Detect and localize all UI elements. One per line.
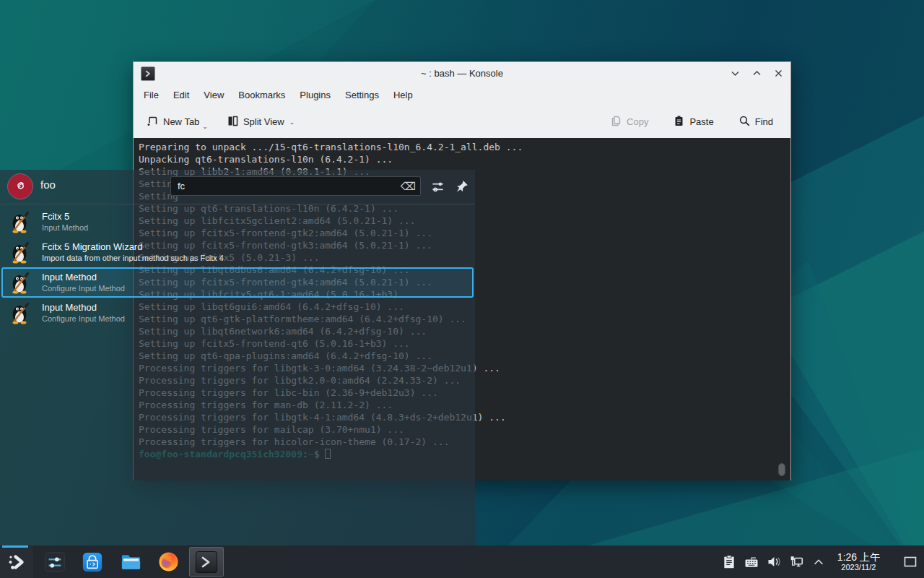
menu-plugins[interactable]: Plugins [292,87,338,103]
volume-tray-button[interactable] [766,554,782,570]
paste-icon [673,115,685,129]
konsole-task-button[interactable] [189,547,224,577]
show-desktop-button[interactable] [901,545,920,578]
krunner-header: foo fc ⌫ [0,170,475,204]
system-tray: 1:26 上午 2023/11/2 [721,545,924,578]
split-view-icon [227,115,239,129]
new-tab-button[interactable]: New Tab ⌄ [142,111,212,134]
terminal-scrollbar[interactable] [778,463,785,476]
user-name: foo [40,178,56,191]
result-input-method[interactable]: Input Method Configure Input Method [1,298,474,328]
clock-time: 1:26 上午 [837,552,880,563]
filter-sliders-icon [430,179,445,194]
result-fcitx5[interactable]: Fcitx 5 Input Method [1,207,474,237]
result-subtitle: Import data from other input method such… [42,253,224,263]
result-title: Fcitx 5 [42,211,88,223]
chevron-up-icon [812,556,825,569]
pin-button[interactable] [454,178,470,194]
copy-icon [610,115,622,129]
launcher-active-indicator [2,545,28,548]
menu-view[interactable]: View [196,87,231,103]
krunner-panel: foo fc ⌫ [0,170,475,545]
discover-icon [82,551,103,573]
new-tab-icon [147,115,159,129]
copy-button[interactable]: Copy [606,111,653,134]
menu-bookmarks[interactable]: Bookmarks [231,87,292,103]
clock-date: 2023/11/2 [837,563,880,571]
konsole-icon [195,551,218,574]
search-query: fc [178,181,401,191]
search-icon [738,115,751,129]
system-settings-icon [44,551,66,573]
application-launcher-button[interactable] [0,545,33,578]
pin-icon [455,179,469,194]
expand-tray-button[interactable] [811,554,827,570]
fcitx-penguin-icon [9,301,32,324]
speaker-icon [766,554,781,569]
minimize-button[interactable] [730,69,740,79]
user-avatar [7,173,33,199]
result-subtitle: Configure Input Method [42,283,125,293]
window-title: ~ : bash — Konsole [134,68,790,79]
menu-help[interactable]: Help [386,87,420,103]
fcitx-penguin-icon [9,210,32,233]
folder-icon [120,551,142,573]
clear-search-icon[interactable]: ⌫ [401,181,416,191]
new-tab-caret-icon: ⌄ [202,123,208,130]
firefox-icon [157,551,180,573]
keyboard-tray-button[interactable] [744,554,759,570]
menu-bar: File Edit View Bookmarks Plugins Setting… [134,85,790,105]
result-title: Fcitx 5 Migration Wizard [42,241,224,253]
search-input[interactable]: fc ⌫ [170,176,421,196]
digital-clock[interactable]: 1:26 上午 2023/11/2 [837,552,880,571]
split-view-caret-icon: ⌄ [289,118,295,126]
window-titlebar[interactable]: ~ : bash — Konsole [134,62,790,85]
divider [0,204,475,204]
menu-file[interactable]: File [136,87,166,103]
result-subtitle: Input Method [42,223,88,233]
split-view-button[interactable]: Split View ⌄ [222,111,299,134]
dolphin-file-manager-button[interactable] [114,545,147,578]
debian-swirl-icon [12,178,28,194]
system-settings-button[interactable] [38,545,71,578]
kde-launcher-icon [7,553,26,571]
discover-button[interactable] [76,545,109,578]
toolbar: New Tab ⌄ Split View ⌄ Copy Paste [134,105,790,138]
clipboard-tray-button[interactable] [721,554,737,570]
clipboard-icon [722,554,736,570]
result-fcitx5-migration-wizard[interactable]: Fcitx 5 Migration Wizard Import data fro… [1,237,474,267]
show-desktop-icon [904,556,917,568]
maximize-button[interactable] [751,69,762,79]
result-subtitle: Configure Input Method [42,314,125,324]
menu-edit[interactable]: Edit [166,87,196,103]
paste-button[interactable]: Paste [668,111,718,134]
result-input-method-selected[interactable]: Input Method Configure Input Method [1,267,474,298]
search-results: Fcitx 5 Input Method Fcitx 5 Migration W… [1,207,474,328]
wired-network-icon [788,554,804,570]
close-button[interactable] [773,69,783,79]
menu-settings[interactable]: Settings [338,87,386,103]
network-tray-button[interactable] [788,554,804,570]
fcitx-penguin-icon [9,241,32,264]
result-title: Input Method [42,302,125,314]
firefox-button[interactable] [152,545,185,578]
filter-button[interactable] [430,178,445,194]
taskbar: 1:26 上午 2023/11/2 [0,545,924,578]
find-button[interactable]: Find [734,111,777,134]
fcitx-penguin-icon [9,271,32,294]
result-title: Input Method [42,272,125,283]
keyboard-icon [744,554,759,570]
